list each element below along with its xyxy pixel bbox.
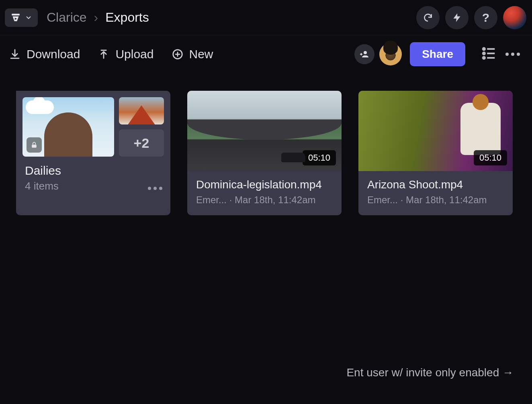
download-label: Download [27,47,80,61]
folder-preview-main [23,97,114,157]
folder-previews: +2 [16,97,170,157]
question-icon: ? [482,11,489,24]
asset-card[interactable]: 05:10 Dominica-legislation.mp4 Emer... ·… [187,91,342,215]
folder-tab-shape [16,91,72,97]
more-options-button[interactable] [502,49,523,59]
duration-badge: 05:10 [303,150,336,165]
breadcrumb-root[interactable]: Clarice [47,10,87,25]
help-button[interactable]: ? [474,6,497,29]
lock-badge [27,137,42,153]
folder-more-count: +2 [119,129,164,157]
asset-thumbnail: 05:10 [187,91,342,171]
collaborator-avatar[interactable] [379,43,402,65]
list-view-toggle[interactable] [481,46,497,63]
chevron-down-icon [25,14,32,21]
duration-badge: 05:10 [474,150,507,165]
svg-point-2 [364,51,367,54]
asset-subtitle: Emer... · Mar 18th, 11:42am [367,194,504,206]
people-icon [48,141,56,149]
new-button[interactable]: New [172,47,213,61]
asset-card[interactable]: 05:10 Arizona Shoot.mp4 Emer... · Mar 18… [358,91,513,215]
upload-icon [98,48,110,60]
upload-button[interactable]: Upload [98,47,153,61]
download-button[interactable]: Download [9,47,80,61]
svg-point-7 [49,143,51,145]
svg-point-5 [483,57,485,59]
list-icon [481,46,497,61]
chevron-right-icon: › [94,10,98,25]
svg-rect-0 [12,14,20,15]
folder-more-button[interactable] [148,187,162,190]
asset-thumbnail: 05:10 [358,91,513,171]
dots-icon [505,53,509,56]
folder-item-count: 4 items [25,180,162,192]
activity-button[interactable] [445,6,469,29]
breadcrumb-current[interactable]: Exports [105,10,149,25]
asset-title: Arizona Shoot.mp4 [367,178,504,191]
breadcrumb: Clarice › Exports [47,10,149,25]
upload-label: Upload [115,47,153,61]
asset-grid: +2 Dailies 4 items 05:10 Dominica-legisl… [0,73,532,233]
add-user-icon [360,49,369,59]
download-icon [9,48,21,60]
plus-circle-icon [172,48,184,60]
refresh-button[interactable] [416,6,440,29]
footer-note: Ent user w/ invite only enabled → [346,366,514,379]
user-avatar[interactable] [503,6,526,29]
project-switcher[interactable] [5,8,38,27]
svg-point-3 [483,48,485,50]
folder-preview-thumb [119,97,164,124]
bolt-icon [452,12,462,23]
add-user-button[interactable] [354,44,374,64]
toolbar: Download Upload New Share [0,35,532,73]
app-logo-icon [10,12,21,23]
svg-point-4 [483,52,485,54]
lock-icon [30,141,38,149]
folder-card[interactable]: +2 Dailies 4 items [16,91,170,215]
folder-title: Dailies [25,164,162,178]
asset-subtitle: Emer... · Mar 18th, 11:42am [196,194,333,206]
asset-title: Dominica-legislation.mp4 [196,178,333,191]
shared-badge [44,137,59,153]
svg-rect-6 [32,145,37,148]
share-button[interactable]: Share [410,42,465,66]
svg-point-8 [52,143,54,145]
topbar: Clarice › Exports ? [0,0,532,35]
refresh-icon [423,12,433,23]
new-label: New [189,47,213,61]
